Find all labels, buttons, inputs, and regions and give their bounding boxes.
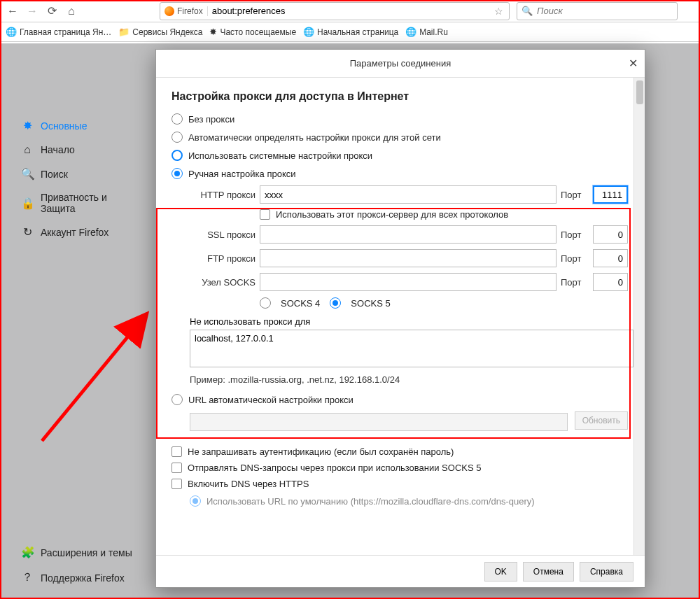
ssl-proxy-row: SSL прокси Порт: [190, 223, 628, 246]
proxy-settings-grid: HTTP прокси Порт Использовать этот прокс…: [190, 183, 628, 390]
checkbox-icon[interactable]: [172, 463, 182, 473]
use-for-all-checkbox-row[interactable]: Использовать этот прокси-сервер для всех…: [260, 206, 628, 223]
radio-icon[interactable]: [172, 132, 183, 143]
port-label: Порт: [561, 253, 589, 264]
ftp-proxy-row: FTP прокси Порт: [190, 246, 628, 270]
ok-button[interactable]: OK: [484, 562, 517, 582]
gear-icon: ✸: [209, 27, 217, 37]
radio-manual-proxy[interactable]: Ручная настройка прокси: [172, 164, 628, 183]
sidebar-bottom: 🧩Расширения и темы ？Поддержка Firefox: [18, 540, 144, 591]
socks-proxy-label: Узел SOCKS: [190, 277, 255, 288]
radio-icon[interactable]: [172, 150, 183, 161]
radio-icon: [190, 495, 201, 507]
http-proxy-input[interactable]: [260, 185, 556, 204]
scrollbar[interactable]: ▲: [634, 78, 645, 555]
dialog-footer: OK Отмена Справка: [156, 555, 645, 587]
bookmark-star-icon[interactable]: ☆: [489, 6, 509, 17]
radio-socks5[interactable]: [330, 297, 341, 309]
folder-icon: 📁: [118, 27, 130, 37]
preferences-sidebar: ✸Основные ⌂Начало 🔍Поиск 🔒Приватность и …: [18, 113, 144, 244]
radio-auto-config-url[interactable]: URL автоматической настройки прокси: [172, 390, 628, 409]
no-proxy-label: Не использовать прокси для: [190, 316, 628, 327]
radio-icon[interactable]: [172, 168, 183, 179]
checkbox-icon[interactable]: [172, 446, 182, 457]
home-button[interactable]: ⌂: [63, 3, 80, 20]
close-button[interactable]: ✕: [629, 57, 638, 70]
auto-config-url-input: [190, 413, 568, 431]
bookmark-item[interactable]: 🌐Mail.Ru: [405, 27, 448, 37]
globe-icon: 🌐: [303, 27, 314, 37]
search-input[interactable]: [537, 6, 677, 16]
bookmark-item[interactable]: 📁Сервисы Яндекса: [118, 27, 202, 37]
browser-toolbar: ← → ⟳ ⌂ Firefox ☆ 🔍: [0, 0, 700, 22]
checkbox-icon[interactable]: [172, 479, 182, 489]
ssl-port-input[interactable]: [593, 225, 628, 244]
socks-version-row: SOCKS 4 SOCKS 5: [260, 294, 628, 312]
radio-icon[interactable]: [172, 113, 183, 125]
port-label: Порт: [561, 277, 589, 288]
dialog-title-bar: Параметры соединения ✕: [156, 50, 645, 78]
socks-proxy-input[interactable]: [260, 273, 556, 291]
sidebar-item-account[interactable]: ↻Аккаунт Firefox: [18, 220, 144, 244]
firefox-icon: [164, 6, 174, 16]
checkbox-icon[interactable]: [260, 209, 270, 220]
search-bar[interactable]: 🔍: [517, 2, 678, 20]
globe-icon: 🌐: [6, 27, 17, 37]
help-button[interactable]: Справка: [580, 562, 634, 582]
radio-no-proxy[interactable]: Без прокси: [172, 110, 628, 128]
url-bar[interactable]: Firefox ☆: [160, 2, 510, 20]
ftp-port-input[interactable]: [593, 249, 628, 267]
sidebar-item-home[interactable]: ⌂Начало: [18, 138, 144, 162]
ftp-proxy-input[interactable]: [260, 249, 556, 267]
sidebar-item-support[interactable]: ？Поддержка Firefox: [18, 565, 144, 591]
bookmark-item[interactable]: ✸Часто посещаемые: [209, 27, 296, 37]
connection-settings-dialog: Параметры соединения ✕ ▲ Настройка прокс…: [155, 49, 645, 588]
ssl-proxy-label: SSL прокси: [190, 230, 255, 240]
checkbox-dns-socks5[interactable]: Отправлять DNS-запросы через прокси при …: [172, 460, 628, 476]
back-button[interactable]: ←: [4, 3, 21, 20]
http-proxy-label: HTTP прокси: [190, 190, 255, 200]
identity-box[interactable]: Firefox: [160, 6, 208, 16]
bookmark-item[interactable]: 🌐Главная страница Ян…: [6, 27, 111, 37]
sidebar-item-general[interactable]: ✸Основные: [18, 113, 144, 138]
help-icon: ？: [21, 570, 34, 585]
url-input[interactable]: [208, 6, 489, 16]
radio-default-doh-url[interactable]: Использовать URL по умолчанию (https://m…: [190, 492, 628, 510]
no-proxy-textarea[interactable]: [190, 330, 634, 367]
sidebar-item-extensions[interactable]: 🧩Расширения и темы: [18, 540, 144, 565]
ftp-proxy-label: FTP прокси: [190, 253, 255, 264]
forward-button[interactable]: →: [24, 3, 41, 20]
globe-icon: 🌐: [405, 27, 416, 37]
checkbox-no-auth[interactable]: Не запрашивать аутентификацию (если был …: [172, 444, 628, 460]
gear-icon: ✸: [21, 119, 34, 132]
socks-port-input[interactable]: [593, 273, 628, 291]
radio-auto-detect[interactable]: Автоматически определять настройки прокс…: [172, 128, 628, 146]
checkbox-dns-https[interactable]: Включить DNS через HTTPS: [172, 476, 628, 492]
http-port-input[interactable]: [593, 185, 628, 204]
socks-proxy-row: Узел SOCKS Порт: [190, 270, 628, 294]
sync-icon: ↻: [21, 225, 34, 239]
identity-label: Firefox: [177, 6, 203, 16]
radio-socks4[interactable]: [260, 297, 271, 309]
no-proxy-example: Пример: .mozilla-russia.org, .net.nz, 19…: [190, 370, 628, 390]
refresh-button: Обновить: [575, 411, 628, 430]
ssl-proxy-input[interactable]: [260, 225, 556, 244]
port-label: Порт: [561, 190, 589, 200]
puzzle-icon: 🧩: [21, 546, 34, 559]
home-icon: ⌂: [21, 143, 34, 156]
lock-icon: 🔒: [21, 197, 34, 210]
search-icon: 🔍: [21, 167, 34, 181]
section-heading: Настройка прокси для доступа в Интернет: [172, 90, 628, 103]
reload-button[interactable]: ⟳: [43, 3, 60, 20]
port-label: Порт: [561, 230, 589, 240]
search-icon: 🔍: [517, 6, 537, 16]
cancel-button[interactable]: Отмена: [523, 562, 574, 582]
sidebar-item-search[interactable]: 🔍Поиск: [18, 162, 144, 186]
dialog-body: ▲ Настройка прокси для доступа в Интерне…: [156, 78, 645, 555]
radio-icon[interactable]: [172, 394, 183, 405]
sidebar-item-privacy[interactable]: 🔒Приватность и Защита: [18, 186, 144, 220]
radio-system-proxy[interactable]: Использовать системные настройки прокси: [172, 146, 628, 164]
bookmark-item[interactable]: 🌐Начальная страница: [303, 27, 398, 37]
bookmarks-bar: 🌐Главная страница Ян… 📁Сервисы Яндекса ✸…: [0, 22, 700, 42]
http-proxy-row: HTTP прокси Порт: [190, 183, 628, 206]
